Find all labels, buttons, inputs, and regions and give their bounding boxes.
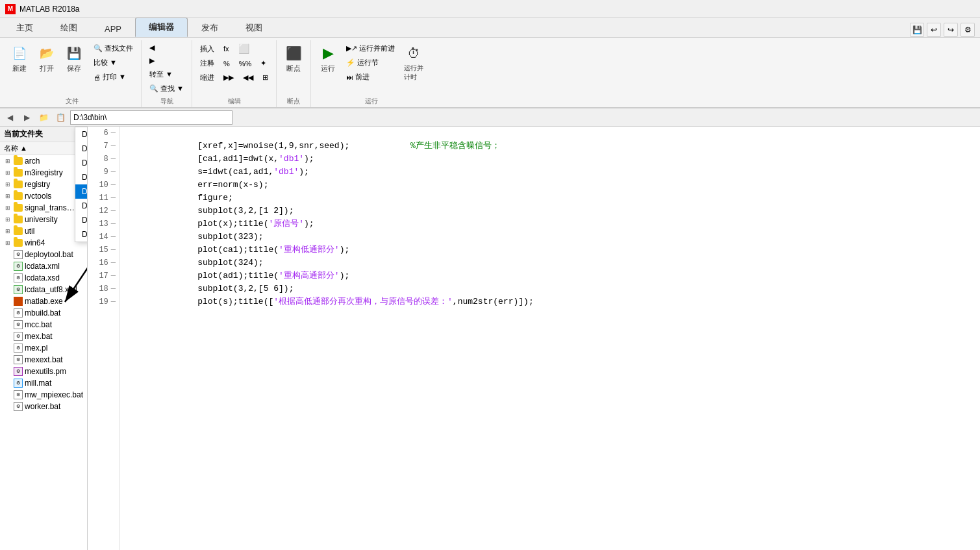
- dropdown-item-registry[interactable]: D:\3d\bin\registry: [75, 156, 88, 170]
- compare-button[interactable]: 比较 ▼: [90, 56, 137, 69]
- expand-icon: ⊞: [5, 240, 12, 246]
- breakpoint-icon: ⬛: [284, 44, 303, 62]
- percent2-button[interactable]: %%: [235, 56, 256, 70]
- ribbon-group-run: ▶ 运行 ▶↗运行并前进 ⚡运行节 ⏭前进 ⏱ 运行并计时 运行: [311, 40, 431, 107]
- insert-button[interactable]: 插入: [196, 42, 218, 56]
- line-num-19: 19—: [88, 295, 116, 308]
- file-mex-pl[interactable]: ⚙ mex.pl: [0, 342, 87, 354]
- matlab-icon: M: [5, 4, 16, 14]
- folder-win64[interactable]: ⊞ win64: [0, 237, 87, 249]
- folder-icon: [14, 204, 23, 212]
- run-button[interactable]: ▶ 运行: [315, 42, 341, 76]
- file-mill[interactable]: ⚙ mill.mat: [0, 377, 87, 389]
- dropdown-item-signal[interactable]: D:\3d\bin\signal_transform: [75, 184, 88, 199]
- indent3-button[interactable]: ⊞: [258, 71, 272, 84]
- file-mex-bat[interactable]: ⚙ mex.bat: [0, 331, 87, 342]
- file-mcc[interactable]: ⚙ mcc.bat: [0, 319, 87, 331]
- nav-forward-button[interactable]: ▶: [145, 55, 188, 67]
- app-title: MATLAB R2018a: [19, 5, 80, 14]
- file-icon-bat6: ⚙: [14, 390, 23, 399]
- fx-button[interactable]: fx: [220, 42, 233, 56]
- file-lcdata-utf8[interactable]: ⚙ lcdata_utf8.xml: [0, 284, 87, 295]
- tab-editor[interactable]: 编辑器: [135, 18, 188, 37]
- settings-icon-btn[interactable]: ⚙: [961, 23, 975, 37]
- tab-home[interactable]: 主页: [3, 18, 47, 37]
- dropdown-item-m3iregistry[interactable]: D:\3d\bin\m3iregistry: [75, 142, 88, 156]
- file-icon-bat: ⚙: [14, 250, 23, 259]
- forward-button[interactable]: ▶: [19, 110, 34, 125]
- folder-m3iregistry[interactable]: ⊞ m3iregistry: [0, 167, 87, 179]
- undo-icon-btn[interactable]: ↩: [927, 23, 941, 37]
- file-mexext[interactable]: ⚙ mexext.bat: [0, 354, 87, 366]
- file-lcdata-xsd[interactable]: ⚙ lcdata.xsd: [0, 272, 87, 284]
- tab-app[interactable]: APP: [91, 20, 135, 37]
- copy-path-button[interactable]: 📋: [53, 110, 68, 125]
- goto-button[interactable]: 转至 ▼: [145, 68, 188, 81]
- dropdown-item-win64[interactable]: D:\3d\bin\win64: [75, 227, 88, 242]
- folder-signal[interactable]: ⊞ signal_trans…: [0, 202, 87, 214]
- folder-icon: [14, 216, 23, 223]
- file-mexutils[interactable]: ⚙ mexutils.pm: [0, 366, 87, 377]
- file-icon-bat5: ⚙: [14, 355, 23, 364]
- code-editor: 6— 7— 8— 9— 10— 11— 12— 13— 14— 15— 16— …: [88, 127, 980, 550]
- save-icon-btn[interactable]: 💾: [910, 23, 924, 37]
- code-lines[interactable]: [xref,x]=wnoise(1,9,snr,seed); %产生非平稳含噪信…: [120, 127, 980, 550]
- file-icon-mat: ⚙: [14, 379, 23, 388]
- find-button[interactable]: 🔍 查找 ▼: [145, 82, 188, 95]
- percent-button[interactable]: %: [220, 56, 234, 70]
- title-bar: M MATLAB R2018a: [0, 0, 980, 18]
- file-deploytool[interactable]: ⚙ deploytool.bat: [0, 249, 87, 260]
- save-button[interactable]: 💾 保存: [61, 42, 87, 76]
- folder-university[interactable]: ⊞ university: [0, 214, 87, 225]
- run-section-button[interactable]: ⚡运行节: [342, 56, 399, 69]
- file-icon-xsd: ⚙: [14, 273, 23, 282]
- file-icon-bat4: ⚙: [14, 332, 23, 341]
- folder-icon: [14, 192, 23, 200]
- dropdown-item-util[interactable]: D:\3d\bin\util: [75, 213, 88, 227]
- advance-button[interactable]: ⏭前进: [342, 70, 399, 84]
- new-button[interactable]: 📄 新建: [6, 42, 32, 76]
- special-button[interactable]: ✦: [257, 56, 270, 70]
- indent-left-button[interactable]: ◀◀: [239, 71, 257, 84]
- line-num-9: 9—: [88, 166, 116, 179]
- back-button[interactable]: ◀: [3, 110, 17, 125]
- run-advance-icon: ▶↗: [346, 44, 357, 53]
- code-content[interactable]: 6— 7— 8— 9— 10— 11— 12— 13— 14— 15— 16— …: [88, 127, 980, 550]
- run-time-button[interactable]: ⏱ 运行并计时: [400, 42, 427, 84]
- folder-registry[interactable]: ⊞ registry: [0, 179, 87, 190]
- print-button[interactable]: 🖨 打印 ▼: [90, 70, 137, 84]
- code-line-6: [xref,x]=wnoise(1,9,snr,seed); %产生非平稳含噪信…: [127, 127, 980, 140]
- indent-button[interactable]: 缩进: [196, 71, 218, 84]
- expand-icon: ⊞: [5, 169, 12, 176]
- expand-icon: ⊞: [5, 228, 12, 234]
- tab-view[interactable]: 视图: [232, 18, 276, 37]
- file-mw-mpiexec[interactable]: ⚙ mw_mpiexec.bat: [0, 389, 87, 401]
- address-input[interactable]: [70, 110, 232, 125]
- folder-util[interactable]: ⊞ util: [0, 225, 87, 237]
- folder-icon: [14, 181, 23, 188]
- folder-up-button[interactable]: 📁: [36, 110, 51, 125]
- tab-publish[interactable]: 发布: [188, 18, 232, 37]
- folder-arch[interactable]: ⊞ arch: [0, 155, 87, 167]
- path-dropdown: D:\3d\bin\arch D:\3d\bin\m3iregistry D:\…: [75, 127, 88, 242]
- dropdown-item-university[interactable]: D:\3d\bin\university: [75, 199, 88, 213]
- dropdown-item-rvctools[interactable]: D:\3d\bin\rvctools: [75, 170, 88, 184]
- nav-back-button[interactable]: ◀: [145, 42, 188, 54]
- folder-rvctools[interactable]: ⊞ rvctools: [0, 190, 87, 202]
- tab-plot[interactable]: 绘图: [47, 18, 91, 37]
- breakpoint-button[interactable]: ⬛ 断点: [281, 42, 307, 76]
- file-mbuild[interactable]: ⚙ mbuild.bat: [0, 307, 87, 319]
- redo-icon-btn[interactable]: ↪: [944, 23, 958, 37]
- breakpoint-group-label: 断点: [287, 97, 300, 106]
- file-worker[interactable]: ⚙ worker.bat: [0, 401, 87, 412]
- find-file-button[interactable]: 🔍 查找文件: [90, 42, 137, 55]
- file-matlab-exe[interactable]: matlab.exe: [0, 295, 87, 307]
- dropdown-item-arch[interactable]: D:\3d\bin\arch: [75, 127, 88, 142]
- comment-button[interactable]: 注释: [196, 56, 218, 70]
- run-advance-button[interactable]: ▶↗运行并前进: [342, 42, 399, 55]
- folder-icon: [14, 239, 23, 247]
- open-button[interactable]: 📂 打开: [34, 42, 60, 76]
- indent-right-button[interactable]: ▶▶: [220, 71, 238, 84]
- fx2-button[interactable]: ⬜: [234, 42, 253, 56]
- file-lcdata-xml[interactable]: ⚙ lcdata.xml: [0, 260, 87, 272]
